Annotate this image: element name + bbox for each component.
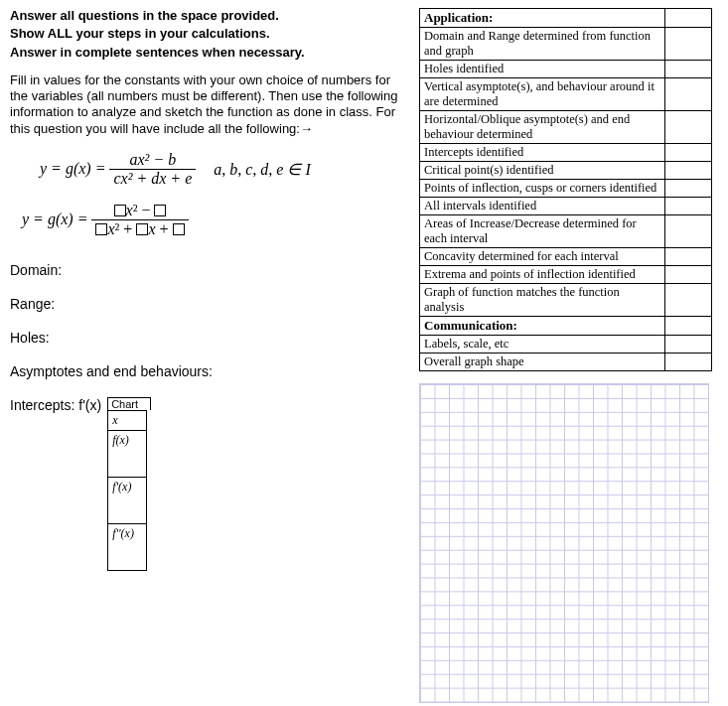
rubric-score-cell[interactable]: [665, 180, 711, 197]
instruction-line: Show ALL your steps in your calculations…: [10, 26, 407, 42]
rubric-item: Intercepts identified: [420, 144, 665, 161]
blank-box[interactable]: [154, 205, 166, 216]
rubric-item: Critical point(s) identified: [420, 162, 665, 179]
intercepts-chart[interactable]: x f(x) f'(x) f''(x): [107, 410, 147, 571]
rubric-score-cell[interactable]: [665, 353, 711, 370]
rubric-item: All intervals identified: [420, 198, 665, 214]
rubric-item: Holes identified: [420, 61, 665, 77]
blank-box[interactable]: [173, 223, 185, 235]
field-intercepts: Intercepts: f'(x): [10, 397, 101, 413]
rubric-item: Concavity determined for each interval: [420, 248, 665, 265]
field-holes[interactable]: Holes:: [10, 330, 407, 346]
formula-2: y = g(x) = x² − x² + x +: [22, 202, 407, 238]
chart-row-x: x: [108, 410, 147, 430]
formula-condition: a, b, c, d, e ∈ I: [214, 160, 311, 179]
formula-denominator: cx² + dx + e: [109, 170, 196, 188]
rubric-score-cell[interactable]: [665, 162, 711, 179]
rubric-score-cell[interactable]: [665, 111, 711, 143]
rubric-item: Vertical asymptote(s), and behaviour aro…: [420, 78, 665, 110]
rubric-score-cell[interactable]: [665, 9, 711, 27]
rubric-header-communication: Communication:: [420, 317, 665, 335]
rubric-score-cell[interactable]: [665, 284, 711, 316]
rubric-item: Labels, scale, etc: [420, 336, 665, 353]
blank-box[interactable]: [136, 223, 148, 235]
instructions-block: Answer all questions in the space provid…: [10, 8, 407, 137]
blank-box[interactable]: [114, 205, 126, 216]
formula-1: y = g(x) = ax² − b cx² + dx + e a, b, c,…: [40, 151, 407, 188]
chart-caption: Chart: [107, 397, 151, 410]
rubric-score-cell[interactable]: [665, 266, 711, 283]
rubric-score-cell[interactable]: [665, 198, 711, 214]
blank-box[interactable]: [95, 223, 107, 235]
field-range[interactable]: Range:: [10, 296, 407, 312]
rubric-header-application: Application:: [420, 9, 665, 27]
formula-lhs: y = g(x) =: [40, 160, 105, 178]
rubric-item: Overall graph shape: [420, 353, 665, 370]
rubric-score-cell[interactable]: [665, 215, 711, 247]
formula-numerator-blank[interactable]: x² −: [91, 202, 188, 220]
instruction-line: Answer all questions in the space provid…: [10, 8, 407, 24]
chart-row-fppx: f''(x): [108, 523, 147, 570]
rubric-table: Application: Domain and Range determined…: [419, 8, 712, 371]
rubric-score-cell[interactable]: [665, 336, 711, 353]
formula-lhs: y = g(x) =: [22, 211, 87, 228]
instruction-paragraph: Fill in values for the constants with yo…: [10, 72, 407, 137]
field-asymptotes[interactable]: Asymptotes and end behaviours:: [10, 363, 407, 379]
field-domain[interactable]: Domain:: [10, 262, 407, 278]
rubric-item: Points of inflection, cusps or corners i…: [420, 180, 665, 197]
rubric-score-cell[interactable]: [665, 28, 711, 60]
rubric-item: Extrema and points of inflection identif…: [420, 266, 665, 283]
rubric-score-cell[interactable]: [665, 144, 711, 161]
chart-row-fpx: f'(x): [108, 477, 147, 523]
rubric-item: Domain and Range determined from functio…: [420, 28, 665, 60]
rubric-score-cell[interactable]: [665, 78, 711, 110]
chart-row-fx: f(x): [108, 430, 147, 477]
formula-numerator: ax² − b: [109, 151, 196, 170]
rubric-item: Horizontal/Oblique asymptote(s) and end …: [420, 111, 665, 143]
rubric-score-cell[interactable]: [665, 317, 711, 335]
rubric-item: Areas of Increase/Decrease determined fo…: [420, 215, 665, 247]
rubric-item: Graph of function matches the function a…: [420, 284, 665, 316]
formula-denominator-blank[interactable]: x² + x +: [91, 220, 188, 238]
instruction-line: Answer in complete sentences when necess…: [10, 45, 407, 61]
rubric-score-cell[interactable]: [665, 248, 711, 265]
graph-paper[interactable]: [419, 383, 709, 703]
rubric-score-cell[interactable]: [665, 61, 711, 77]
